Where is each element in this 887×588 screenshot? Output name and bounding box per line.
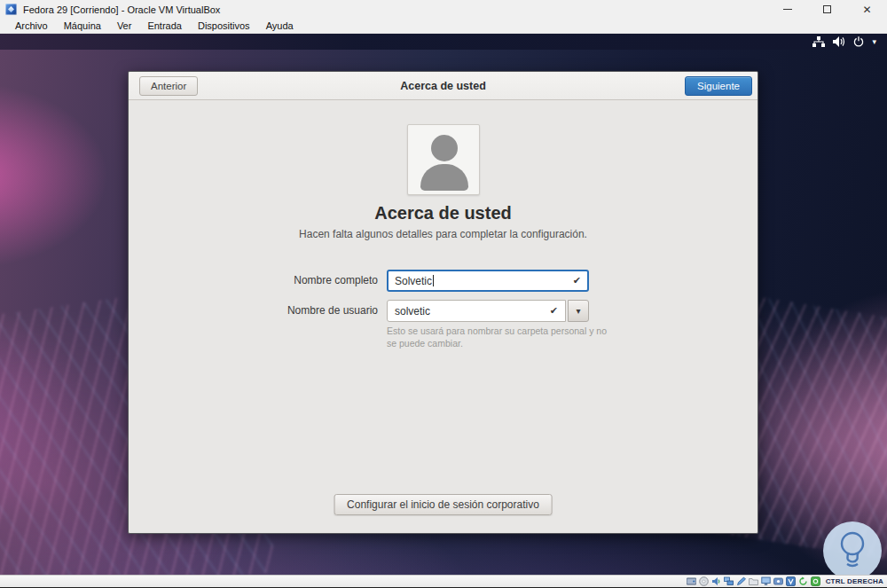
dialog-header: Anterior Acerca de usted Siguiente [129,72,757,100]
menu-item-entrada[interactable]: Entrada [139,19,190,33]
virtualbox-logo-icon [5,4,17,15]
full-name-input[interactable]: Solvetic ✔ [387,270,589,292]
host-key-label: CTRL DERECHA [826,577,883,585]
virtualbox-window: Fedora 29 [Corriendo] - Oracle VM Virtua… [0,0,887,588]
dialog-title: Acerca de usted [129,72,757,100]
close-button[interactable]: ✕ [847,0,887,19]
mouse-integration-status-icon[interactable] [811,576,820,586]
minimize-icon [783,9,792,10]
username-dropdown-button[interactable]: ▾ [568,300,589,322]
enterprise-login-button[interactable]: Configurar el inicio de sesión corporati… [334,494,553,515]
virtualization-status-icon[interactable] [786,576,796,586]
full-name-label: Nombre completo [182,274,378,286]
chevron-down-icon: ▾ [576,306,580,316]
valid-check-icon: ✔ [550,306,558,316]
network-status-icon[interactable] [724,576,734,586]
user-avatar[interactable] [407,124,480,195]
window-titlebar: Fedora 29 [Corriendo] - Oracle VM Virtua… [0,0,887,19]
close-icon: ✕ [862,4,871,15]
menubar: Archivo Máquina Ver Entrada Dispositivos… [0,19,887,34]
menu-item-archivo[interactable]: Archivo [7,19,56,33]
maximize-icon [823,5,831,13]
page-subtitle: Hacen falta algunos detalles para comple… [129,228,757,240]
usb-status-icon[interactable] [736,576,746,586]
menu-item-ver[interactable]: Ver [109,19,140,33]
display-status-icon[interactable] [761,576,771,586]
minimize-button[interactable] [767,0,807,19]
hard-disk-status-icon[interactable] [687,576,696,586]
shared-folders-status-icon[interactable] [749,576,758,586]
window-title: Fedora 29 [Corriendo] - Oracle VM Virtua… [23,4,220,15]
full-name-value: Solvetic [395,275,432,287]
maximize-button[interactable] [807,0,847,19]
gnome-topbar: ▾ [0,34,887,50]
wired-network-icon [812,36,825,47]
caret-down-icon: ▾ [872,38,876,46]
features-status-icon[interactable] [798,576,808,586]
menu-item-maquina[interactable]: Máquina [56,19,109,33]
vm-statusbar: CTRL DERECHA [0,575,887,587]
system-status-area[interactable]: ▾ [812,36,876,47]
audio-status-icon[interactable] [711,576,721,586]
vm-display: ▾ Anterior Acerca de usted Siguiente Ace… [0,34,887,575]
username-input[interactable]: solvetic ✔ [387,300,566,322]
text-cursor [433,275,434,286]
username-value: solvetic [395,305,430,318]
next-button[interactable]: Siguiente [685,76,752,96]
power-icon [853,36,864,47]
avatar-person-icon [431,135,458,161]
username-hint: Esto se usará para nombrar su carpeta pe… [387,325,608,349]
optical-disc-status-icon[interactable] [699,576,709,586]
page-title: Acerca de usted [129,203,757,223]
menu-item-ayuda[interactable]: Ayuda [258,19,302,33]
initial-setup-dialog: Anterior Acerca de usted Siguiente Acerc… [128,71,758,534]
volume-icon [833,36,845,47]
username-label: Nombre de usuario [182,304,378,317]
menu-item-dispositivos[interactable]: Dispositivos [190,19,258,33]
valid-check-icon: ✔ [573,276,581,286]
lightbulb-icon [833,529,872,573]
recording-status-icon[interactable] [773,576,783,586]
solvetic-watermark-logo [823,521,882,575]
avatar-person-body [420,164,468,191]
window-controls: ✕ [767,0,887,19]
